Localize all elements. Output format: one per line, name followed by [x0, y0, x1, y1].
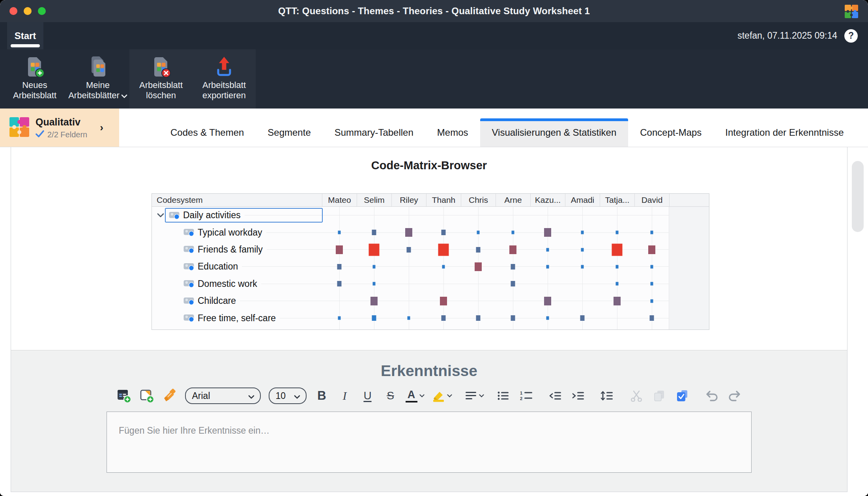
matrix-cell-domestic-work-david[interactable]: [651, 282, 653, 286]
matrix-cell-education-arne[interactable]: [511, 264, 515, 270]
line-spacing-button[interactable]: [599, 387, 615, 404]
scrollbar-thumb[interactable]: [852, 161, 864, 232]
matrix-column-riley[interactable]: Riley: [391, 194, 426, 206]
matrix-cell-childcare-tatja[interactable]: [614, 297, 621, 305]
matrix-cell-friends-family-mateo[interactable]: [336, 245, 343, 254]
matrix-cell-friends-family-thanh[interactable]: [438, 243, 449, 256]
matrix-cell-typical-workday-chris[interactable]: [477, 231, 480, 234]
font-family-select[interactable]: Arial: [185, 387, 261, 404]
matrix-cell-friends-family-amadi[interactable]: [581, 248, 584, 251]
matrix-cell-free-time-self-care-kazu[interactable]: [546, 316, 549, 320]
matrix-column-arne[interactable]: Arne: [496, 194, 530, 206]
matrix-cell-typical-workday-selim[interactable]: [372, 230, 376, 235]
matrix-cell-free-time-self-care-riley[interactable]: [408, 316, 410, 320]
tab-integration-der-erkenntnisse[interactable]: Integration der Erkenntnisse: [713, 118, 855, 147]
matrix-cell-friends-family-chris[interactable]: [476, 247, 481, 253]
matrix-cell-education-amadi[interactable]: [581, 265, 584, 268]
chevron-right-icon[interactable]: ›: [100, 122, 103, 134]
highlight-color-button[interactable]: [432, 387, 452, 404]
matrix-cell-friends-family-selim[interactable]: [369, 243, 380, 256]
tab-summary-tabellen[interactable]: Summary-Tabellen: [323, 118, 425, 147]
vertical-scrollbar[interactable]: [847, 147, 868, 496]
matrix-row-domestic-work[interactable]: Domestic work: [152, 275, 322, 292]
matrix-column-mateo[interactable]: Mateo: [322, 194, 357, 206]
format-painter-button[interactable]: [162, 387, 178, 404]
matrix-cell-typical-workday-tatja[interactable]: [616, 231, 619, 234]
matrix-cell-domestic-work-mateo[interactable]: [337, 281, 342, 286]
font-size-select[interactable]: 10: [269, 387, 307, 404]
close-window-button[interactable]: [9, 7, 17, 15]
outdent-button[interactable]: [547, 387, 563, 404]
matrix-cell-childcare-selim[interactable]: [370, 297, 378, 305]
matrix-cell-free-time-self-care-chris[interactable]: [476, 315, 481, 321]
delete-worksheet-button[interactable]: Arbeitsblatt löschen: [129, 49, 193, 109]
paste-button[interactable]: [674, 387, 690, 404]
matrix-cell-typical-workday-riley[interactable]: [405, 228, 412, 237]
matrix-cell-typical-workday-david[interactable]: [651, 231, 653, 234]
matrix-cell-typical-workday-amadi[interactable]: [581, 231, 584, 234]
matrix-cell-free-time-self-care-amadi[interactable]: [580, 315, 585, 321]
matrix-cell-typical-workday-kazu[interactable]: [544, 228, 551, 237]
matrix-cell-typical-workday-thanh[interactable]: [441, 230, 446, 235]
help-button[interactable]: ?: [844, 29, 858, 43]
bullet-list-button[interactable]: [496, 387, 511, 404]
matrix-cell-free-time-self-care-mateo[interactable]: [338, 316, 341, 320]
new-worksheet-button[interactable]: Neues Arbeitsblatt: [3, 49, 66, 109]
insert-table-button[interactable]: [116, 387, 132, 404]
tab-visualisierungen-statistiken[interactable]: Visualisierungen & Statistiken: [480, 118, 629, 147]
matrix-cell-friends-family-kazu[interactable]: [546, 248, 549, 251]
matrix-cell-education-david[interactable]: [651, 265, 653, 268]
matrix-cell-typical-workday-arne[interactable]: [512, 231, 514, 234]
matrix-column-thanh[interactable]: Thanh: [426, 194, 461, 206]
minimize-window-button[interactable]: [24, 7, 32, 15]
matrix-cell-typical-workday-mateo[interactable]: [338, 231, 341, 234]
copy-button[interactable]: +: [651, 387, 667, 404]
matrix-cell-education-tatja[interactable]: [616, 265, 619, 268]
matrix-cell-childcare-thanh[interactable]: [440, 297, 447, 305]
matrix-cell-childcare-david[interactable]: [651, 299, 653, 303]
matrix-column-tatja[interactable]: Tatja...: [600, 194, 634, 206]
tab-memos[interactable]: Memos: [425, 118, 480, 147]
export-worksheet-button[interactable]: Arbeitsblatt exportieren: [193, 49, 256, 109]
matrix-cell-domestic-work-tatja[interactable]: [616, 282, 619, 286]
matrix-cell-free-time-self-care-david[interactable]: [650, 315, 654, 321]
matrix-cell-free-time-self-care-thanh[interactable]: [441, 315, 446, 321]
tab-codes-themen[interactable]: Codes & Themen: [159, 118, 256, 147]
redo-button[interactable]: [727, 387, 743, 404]
matrix-row-typical-workday[interactable]: Typical workday: [152, 224, 322, 241]
matrix-cell-education-mateo[interactable]: [337, 264, 342, 270]
matrix-column-david[interactable]: David: [634, 194, 669, 206]
ribbon-tab-start[interactable]: Start: [7, 22, 43, 49]
matrix-row-education[interactable]: Education: [152, 258, 322, 275]
align-button[interactable]: [465, 387, 484, 404]
matrix-cell-education-kazu[interactable]: [546, 265, 549, 268]
matrix-cell-friends-family-tatja[interactable]: [612, 243, 623, 256]
cut-button[interactable]: [629, 387, 644, 404]
insights-editor[interactable]: Fügen Sie hier Ihre Erkentnisse ein…: [107, 412, 752, 473]
italic-button[interactable]: I: [337, 387, 353, 404]
insert-object-button[interactable]: [139, 387, 155, 404]
matrix-cell-friends-family-david[interactable]: [648, 245, 655, 254]
tab-segmente[interactable]: Segmente: [256, 118, 322, 147]
my-worksheets-button[interactable]: Meine Arbeitsblätter: [66, 49, 129, 109]
matrix-row-childcare[interactable]: Childcare: [152, 292, 322, 309]
matrix-cell-education-selim[interactable]: [373, 265, 376, 268]
matrix-cell-education-chris[interactable]: [475, 262, 482, 271]
tab-concept-maps[interactable]: Concept-Maps: [628, 118, 713, 147]
matrix-column-amadi[interactable]: Amadi: [565, 194, 600, 206]
matrix-cell-domestic-work-selim[interactable]: [373, 282, 376, 286]
matrix-column-kazu[interactable]: Kazu...: [530, 194, 565, 206]
matrix-row-free-time-self-care[interactable]: Free time, self-care: [152, 309, 322, 326]
matrix-cell-education-thanh[interactable]: [442, 265, 445, 268]
zoom-window-button[interactable]: [38, 7, 46, 15]
underline-button[interactable]: U: [360, 387, 376, 404]
matrix-cell-free-time-self-care-selim[interactable]: [372, 315, 376, 321]
matrix-cell-friends-family-riley[interactable]: [407, 247, 411, 253]
indent-button[interactable]: [570, 387, 586, 404]
matrix-cell-domestic-work-arne[interactable]: [511, 281, 515, 286]
undo-button[interactable]: [704, 387, 720, 404]
bold-button[interactable]: B: [314, 387, 330, 404]
strikethrough-button[interactable]: S: [383, 387, 398, 404]
text-color-button[interactable]: A: [406, 387, 425, 404]
matrix-cell-free-time-self-care-arne[interactable]: [511, 315, 515, 321]
